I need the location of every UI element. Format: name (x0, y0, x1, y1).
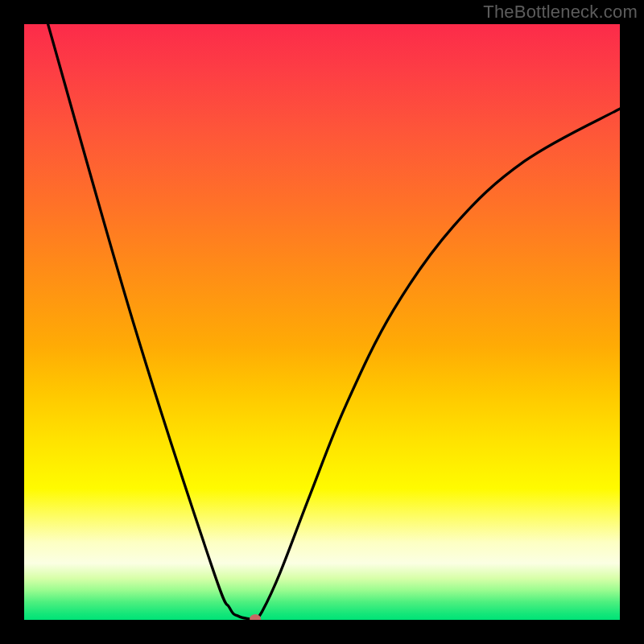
plot-area (24, 24, 620, 620)
chart-frame: TheBottleneck.com (0, 0, 644, 644)
watermark-text: TheBottleneck.com (483, 2, 638, 23)
curve-svg (24, 24, 620, 620)
bottleneck-curve (48, 24, 620, 620)
